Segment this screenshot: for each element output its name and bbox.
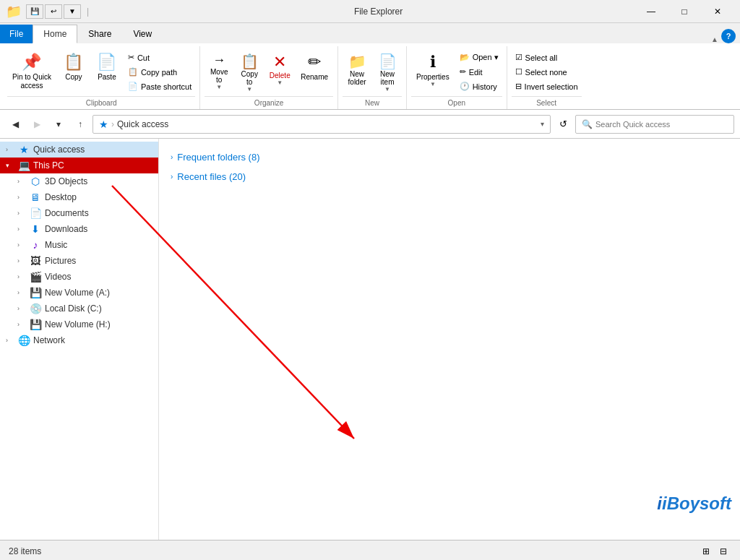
sidebar-item-3d-objects[interactable]: › ⬡ 3D Objects <box>0 173 158 189</box>
help-button[interactable]: ? <box>721 29 736 43</box>
sidebar-item-quick-access[interactable]: › ★ Quick access <box>0 142 158 158</box>
move-to-button[interactable]: → Moveto ▼ <box>205 49 233 94</box>
sidebar-item-this-pc[interactable]: ▾ 💻 This PC <box>0 158 158 173</box>
quick-access-toolbar[interactable]: 📁 💾 ↩ ▼ | <box>6 4 93 20</box>
cut-button[interactable]: ✂ Cut <box>124 51 195 64</box>
status-bar: 28 items ⊞ ⊟ <box>0 540 740 560</box>
sidebar-item-music[interactable]: › ♪ Music <box>0 237 158 253</box>
open-button[interactable]: 📂 Open ▾ <box>456 51 502 64</box>
delete-button[interactable]: ✕ Delete ▼ <box>265 49 294 90</box>
address-path: Quick access <box>117 119 538 129</box>
organize-label: Organize <box>205 96 333 109</box>
recent-files-header[interactable]: › Recent files (20) <box>171 167 728 186</box>
sidebar-item-pictures[interactable]: › 🖼 Pictures <box>0 253 158 269</box>
network-icon: 🌐 <box>17 335 30 346</box>
history-button[interactable]: 🕐 History <box>456 79 502 93</box>
sidebar-item-desktop[interactable]: › 🖥 Desktop <box>0 189 158 205</box>
move-to-icon: → <box>212 53 225 68</box>
sidebar-item-new-volume-h[interactable]: › 💾 New Volume (H:) <box>0 316 158 332</box>
sidebar-item-new-volume-a[interactable]: › 💾 New Volume (A:) <box>0 285 158 301</box>
sidebar-label-new-volume-a: New Volume (A:) <box>45 288 110 298</box>
chevron-icon: › <box>6 337 14 344</box>
sidebar-label-network: Network <box>33 335 65 345</box>
sidebar-label-downloads: Downloads <box>45 224 87 234</box>
save-button[interactable]: 💾 <box>26 4 43 19</box>
desktop-icon: 🖥 <box>29 191 42 203</box>
search-input[interactable] <box>595 120 728 129</box>
minimize-button[interactable]: — <box>634 0 668 23</box>
chevron-icon: › <box>6 146 14 153</box>
search-icon: 🔍 <box>582 119 593 129</box>
refresh-button[interactable]: ↺ <box>554 115 572 134</box>
large-icons-view-button[interactable]: ⊟ <box>715 543 731 559</box>
select-none-button[interactable]: ☐ Select none <box>512 65 582 79</box>
up-button[interactable]: ↑ <box>71 115 90 134</box>
forward-button[interactable]: ▶ <box>27 115 46 134</box>
copy-to-icon: 📋 <box>241 53 259 70</box>
open-label: Open <box>411 96 502 109</box>
close-button[interactable]: ✕ <box>701 0 734 23</box>
frequent-folders-header[interactable]: › Frequent folders (8) <box>171 147 728 167</box>
customize-quick-access-button[interactable]: ▼ <box>64 4 81 19</box>
ribbon-group-organize: → Moveto ▼ 📋 Copyto ▼ ✕ Delete ▼ ✏ Renam… <box>200 46 338 109</box>
address-bar-chevron-icon: ▾ <box>541 120 544 128</box>
sidebar-item-local-disk-c[interactable]: › 💿 Local Disk (C:) <box>0 301 158 316</box>
details-view-button[interactable]: ⊞ <box>698 543 714 559</box>
select-all-button[interactable]: ☑ Select all <box>512 51 582 64</box>
sidebar-label-pictures: Pictures <box>45 256 76 266</box>
pin-icon: 📌 <box>22 53 41 72</box>
rename-icon: ✏ <box>308 53 321 72</box>
paste-shortcut-icon: 📄 <box>128 82 138 91</box>
address-bar[interactable]: ★ › Quick access ▾ <box>92 115 551 134</box>
tab-home[interactable]: Home <box>33 25 77 43</box>
copy-path-button[interactable]: 📋 Copy path <box>124 65 195 79</box>
recent-locations-button[interactable]: ▾ <box>49 115 68 134</box>
select-label: Select <box>512 96 582 109</box>
open-icon: 📂 <box>460 53 470 62</box>
music-icon: ♪ <box>29 239 42 251</box>
paste-icon: 📄 <box>97 53 116 72</box>
properties-button[interactable]: ℹ Properties ▼ <box>411 49 455 91</box>
sidebar-label-music: Music <box>45 240 67 250</box>
sidebar-label-quick-access: Quick access <box>33 145 85 155</box>
new-item-button[interactable]: 📄 Newitem ▼ <box>373 49 402 96</box>
sidebar-item-videos[interactable]: › 🎬 Videos <box>0 269 158 285</box>
tab-file[interactable]: File <box>0 25 33 43</box>
address-bar-area: ◀ ▶ ▾ ↑ ★ › Quick access ▾ ↺ 🔍 <box>0 110 740 139</box>
new-folder-button[interactable]: 📁 Newfolder <box>343 49 371 90</box>
undo-button[interactable]: ↩ <box>45 4 62 19</box>
invert-selection-button[interactable]: ⊟ Invert selection <box>512 79 582 93</box>
ribbon: 📌 Pin to Quickaccess 📋 Copy 📄 Paste ✂ Cu… <box>0 43 740 110</box>
sidebar-label-3d-objects: 3D Objects <box>45 176 87 186</box>
copy-to-button[interactable]: 📋 Copyto ▼ <box>235 49 264 96</box>
window-controls[interactable]: — □ ✕ <box>634 0 734 23</box>
copy-path-icon: 📋 <box>128 67 138 77</box>
ribbon-group-select: ☑ Select all ☐ Select none ⊟ Invert sele… <box>507 46 586 109</box>
chevron-icon: › <box>17 194 26 201</box>
sidebar-item-network[interactable]: › 🌐 Network <box>0 332 158 348</box>
sidebar-item-downloads[interactable]: › ⬇ Downloads <box>0 221 158 237</box>
paste-button[interactable]: 📄 Paste <box>91 49 123 85</box>
sidebar-item-documents[interactable]: › 📄 Documents <box>0 205 158 221</box>
collapse-ribbon-button[interactable]: ▲ <box>711 35 718 43</box>
chevron-icon: › <box>17 321 26 328</box>
3d-objects-icon: ⬡ <box>29 176 42 187</box>
pin-to-quick-access-button[interactable]: 📌 Pin to Quickaccess <box>7 49 56 94</box>
section-chevron-icon: › <box>171 153 173 161</box>
tab-view[interactable]: View <box>122 25 163 43</box>
edit-icon: ✏ <box>460 67 466 77</box>
select-none-icon: ☐ <box>515 67 522 77</box>
back-button[interactable]: ◀ <box>6 115 25 134</box>
sidebar: › ★ Quick access ▾ 💻 This PC › ⬡ 3D Obje… <box>0 139 159 540</box>
rename-button[interactable]: ✏ Rename <box>296 49 333 85</box>
paste-shortcut-button[interactable]: 📄 Paste shortcut <box>124 79 195 93</box>
sidebar-label-this-pc: This PC <box>33 160 64 171</box>
edit-button[interactable]: ✏ Edit <box>456 65 502 79</box>
chevron-icon: › <box>17 257 26 264</box>
copy-button[interactable]: 📋 Copy <box>58 49 90 85</box>
content-area: › Frequent folders (8) › Recent files (2… <box>159 139 740 540</box>
maximize-button[interactable]: □ <box>668 0 701 23</box>
tab-share[interactable]: Share <box>77 25 122 43</box>
frequent-folders-label: Frequent folders (8) <box>177 152 259 163</box>
search-bar[interactable]: 🔍 <box>575 115 734 134</box>
